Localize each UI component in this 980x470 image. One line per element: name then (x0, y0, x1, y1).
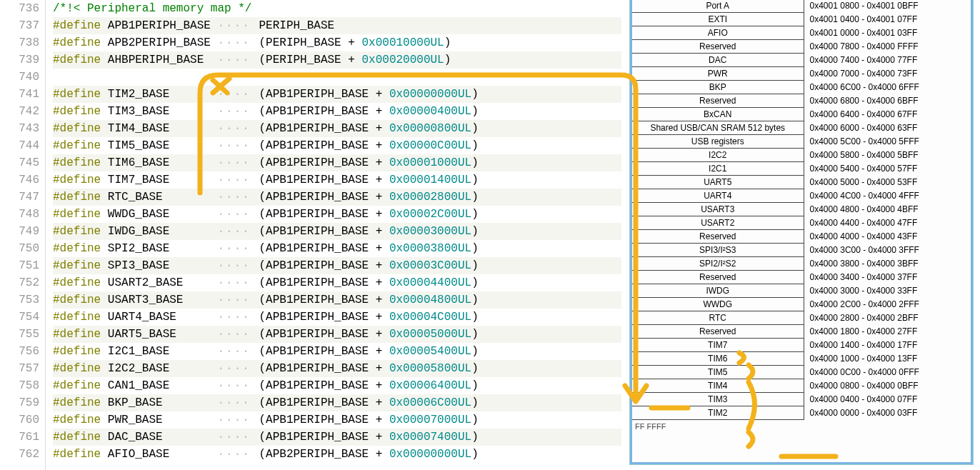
line-number-gutter: 7367377387397407417427437447457467477487… (0, 0, 46, 470)
whitespace-dots: ···· (217, 259, 259, 272)
address-range: 0x4000 3C00 - 0x4000 3FFF (804, 244, 971, 257)
whitespace-dots: ···· (217, 191, 259, 204)
macro-value: (APB1PERIPH_BASE + 0x00002C00UL) (259, 208, 478, 221)
code-line[interactable]: #define SPI2_BASE ···· (APB1PERIPH_BASE … (53, 240, 621, 257)
macro-value: (APB1PERIPH_BASE + 0x00005000UL) (259, 328, 478, 341)
whitespace-dots: ···· (217, 379, 259, 392)
address-range: 0x4000 4800 - 0x4000 4BFF (804, 203, 971, 216)
code-line[interactable]: #define SPI3_BASE ···· (APB1PERIPH_BASE … (53, 257, 621, 274)
code-line[interactable]: #define TIM2_BASE ···· (APB1PERIPH_BASE … (53, 86, 621, 103)
peripheral-name: BxCAN (632, 108, 804, 121)
line-number: 748 (0, 206, 39, 223)
macro-value: (APB1PERIPH_BASE + 0x00001400UL) (259, 174, 478, 186)
define-keyword: #define (53, 225, 101, 238)
peripheral-name: I2C2 (632, 149, 804, 162)
code-area[interactable]: /*!< Peripheral memory map */#define APB… (46, 0, 621, 470)
define-keyword: #define (53, 242, 101, 255)
code-line[interactable]: #define TIM4_BASE ···· (APB1PERIPH_BASE … (53, 120, 621, 137)
peripheral-name: TIM5 (632, 366, 804, 379)
define-keyword: #define (53, 174, 101, 186)
code-line[interactable]: #define CAN1_BASE ···· (APB1PERIPH_BASE … (53, 377, 621, 394)
memory-map-row: USART20x4000 4400 - 0x4000 47FF (632, 216, 971, 230)
code-line[interactable]: #define AHBPERIPH_BASE ···· (PERIPH_BASE… (53, 51, 621, 69)
macro-name: TIM6_BASE (108, 156, 218, 169)
address-range: 0x4000 5400 - 0x4000 57FF (804, 162, 971, 176)
macro-name: I2C1_BASE (108, 345, 218, 358)
peripheral-name: Shared USB/CAN SRAM 512 bytes (632, 121, 804, 135)
code-line[interactable]: #define DAC_BASE ···· (APB1PERIPH_BASE +… (53, 429, 621, 446)
address-range: 0x4000 4400 - 0x4000 47FF (804, 216, 971, 230)
macro-name: TIM2_BASE (108, 88, 218, 101)
address-range: 0x4000 6400 - 0x4000 67FF (804, 108, 971, 121)
code-line[interactable]: #define USART3_BASE ···· (APB1PERIPH_BAS… (53, 291, 621, 309)
peripheral-name: Reserved (632, 40, 804, 54)
code-line[interactable]: #define USART2_BASE ···· (APB1PERIPH_BAS… (53, 274, 621, 291)
address-range: 0x4000 1800 - 0x4000 27FF (804, 325, 971, 339)
code-line[interactable]: #define APB2PERIPH_BASE ···· (PERIPH_BAS… (53, 34, 621, 51)
code-line[interactable]: #define I2C2_BASE ···· (APB1PERIPH_BASE … (53, 360, 621, 377)
macro-value: (APB1PERIPH_BASE + 0x00004400UL) (259, 276, 478, 289)
macro-value: (APB1PERIPH_BASE + 0x00000400UL) (259, 105, 478, 118)
peripheral-name: PWR (632, 67, 804, 81)
line-number: 747 (0, 189, 39, 206)
peripheral-name: Port A (632, 0, 804, 13)
macro-name: PWR_BASE (108, 414, 218, 426)
whitespace-dots: ···· (217, 345, 259, 358)
line-number: 739 (0, 51, 39, 69)
address-range: 0x4000 6000 - 0x4000 63FF (804, 121, 971, 135)
macro-name: USART3_BASE (108, 294, 218, 306)
macro-value: (APB1PERIPH_BASE + 0x00004C00UL) (259, 311, 478, 324)
code-line[interactable]: #define APB1PERIPH_BASE ···· PERIPH_BASE (53, 17, 621, 34)
macro-value: (APB1PERIPH_BASE + 0x00005400UL) (259, 345, 478, 358)
address-range: 0x4000 0800 - 0x4000 0BFF (804, 379, 971, 393)
memory-map-row: WWDG0x4000 2C00 - 0x4000 2FFF (632, 298, 971, 311)
whitespace-dots: ···· (217, 294, 259, 306)
macro-value: (APB1PERIPH_BASE + 0x00006C00UL) (259, 396, 478, 409)
address-range: 0x4000 0C00 - 0x4000 0FFF (804, 366, 971, 379)
define-keyword: #define (53, 208, 101, 221)
line-number: 760 (0, 411, 39, 429)
peripheral-name: BKP (632, 81, 804, 94)
code-line[interactable] (53, 69, 621, 86)
peripheral-name: TIM4 (632, 379, 804, 393)
code-line[interactable]: #define PWR_BASE ···· (APB1PERIPH_BASE +… (53, 411, 621, 429)
define-keyword: #define (53, 414, 101, 426)
code-line[interactable]: #define WWDG_BASE ···· (APB1PERIPH_BASE … (53, 206, 621, 223)
code-line[interactable]: /*!< Peripheral memory map */ (53, 0, 621, 17)
code-line[interactable]: #define TIM3_BASE ···· (APB1PERIPH_BASE … (53, 103, 621, 120)
code-line[interactable]: #define BKP_BASE ···· (APB1PERIPH_BASE +… (53, 394, 621, 411)
macro-value: (APB1PERIPH_BASE + 0x00001000UL) (259, 156, 478, 169)
code-line[interactable]: #define TIM7_BASE ···· (APB1PERIPH_BASE … (53, 171, 621, 189)
macro-name: IWDG_BASE (108, 225, 218, 238)
macro-name: TIM7_BASE (108, 174, 218, 186)
line-number: 736 (0, 0, 39, 17)
address-range: 0x4000 1400 - 0x4000 17FF (804, 339, 971, 352)
whitespace-dots: ···· (217, 396, 259, 409)
code-line[interactable]: #define IWDG_BASE ···· (APB1PERIPH_BASE … (53, 223, 621, 240)
address-range: 0x4000 5C00 - 0x4000 5FFF (804, 135, 971, 149)
code-line[interactable]: #define UART5_BASE ···· (APB1PERIPH_BASE… (53, 326, 621, 343)
define-keyword: #define (53, 259, 101, 272)
macro-name: WWDG_BASE (108, 208, 218, 221)
define-keyword: #define (53, 122, 101, 135)
code-line[interactable]: #define TIM6_BASE ···· (APB1PERIPH_BASE … (53, 154, 621, 171)
macro-value: (APB1PERIPH_BASE + 0x00003000UL) (259, 225, 478, 238)
macro-value: (APB1PERIPH_BASE + 0x00007000UL) (259, 414, 478, 426)
whitespace-dots: ···· (217, 54, 259, 66)
code-line[interactable]: #define I2C1_BASE ···· (APB1PERIPH_BASE … (53, 343, 621, 360)
code-line[interactable]: #define TIM5_BASE ···· (APB1PERIPH_BASE … (53, 137, 621, 154)
address-range: 0x4000 3800 - 0x4000 3BFF (804, 257, 971, 271)
memory-map-table: Port A0x4001 0800 - 0x4001 0BFFEXTI0x400… (632, 0, 971, 434)
code-editor[interactable]: 7367377387397407417427437447457467477487… (0, 0, 621, 470)
peripheral-name: TIM6 (632, 352, 804, 366)
code-line[interactable]: #define AFIO_BASE ···· (APB2PERIPH_BASE … (53, 446, 621, 463)
line-number: 744 (0, 137, 39, 154)
define-keyword: #define (53, 19, 101, 32)
code-line[interactable]: #define UART4_BASE ···· (APB1PERIPH_BASE… (53, 309, 621, 326)
define-keyword: #define (53, 276, 101, 289)
memory-map-row: TIM70x4000 1400 - 0x4000 17FF (632, 339, 971, 352)
line-number: 754 (0, 309, 39, 326)
line-number: 738 (0, 34, 39, 51)
code-line[interactable]: #define RTC_BASE ···· (APB1PERIPH_BASE +… (53, 189, 621, 206)
memory-map-row: RTC0x4000 2800 - 0x4000 2BFF (632, 311, 971, 325)
